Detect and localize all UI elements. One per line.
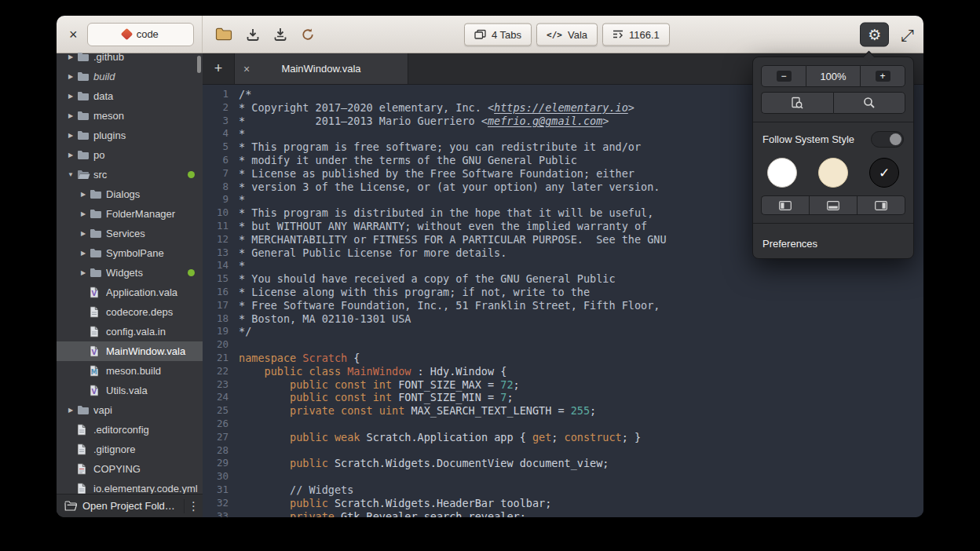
line-content: public class MainWindow : Hdy.Window { [239, 365, 506, 378]
line-content: public Scratch.Widgets.HeaderBar toolbar… [239, 497, 551, 510]
vcs-status-badge [188, 269, 195, 276]
search-controls [761, 92, 905, 114]
settings-button[interactable]: ⚙ [860, 22, 889, 46]
vala-icon: V [90, 345, 106, 357]
chevron-right-icon[interactable]: ▶ [77, 269, 90, 276]
save-as-button[interactable] [273, 27, 287, 42]
folder-icon [77, 71, 93, 82]
tree-item-io-elementary-code-yml[interactable]: io.elementary.code.yml [57, 479, 203, 494]
tabs-icon [474, 29, 486, 39]
tree-item-codecore-deps[interactable]: codecore.deps [57, 302, 203, 322]
tree-item-dialogs[interactable]: ▶Dialogs [57, 184, 203, 204]
code-line: 23 public const int FONT_SIZE_MAX = 72; [203, 378, 923, 392]
tree-item-meson-build[interactable]: Mmeson.build [57, 361, 203, 381]
tree-item-config-vala-in[interactable]: config.vala.in [57, 322, 203, 341]
open-folder-button[interactable] [215, 27, 232, 41]
chevron-right-icon[interactable]: ▶ [77, 191, 90, 198]
folder-open-icon [77, 170, 93, 180]
tree-item-symbolpane[interactable]: ▶SymbolPane [57, 243, 203, 263]
tab-mainwindow[interactable]: × MainWindow.vala [234, 53, 408, 84]
code-line: 21namespace Scratch { [203, 352, 923, 365]
window-close-button[interactable]: × [69, 27, 78, 42]
project-chip[interactable]: code [87, 23, 194, 46]
line-content: * This program is distributed in the hop… [239, 206, 653, 220]
line-content: * Copyright 2017–2020 elementary, Inc. <… [239, 101, 634, 115]
tree-item-widgets[interactable]: ▶Widgets [57, 263, 203, 283]
chevron-right-icon[interactable]: ▶ [64, 132, 77, 139]
file-icon [77, 424, 93, 436]
fullscreen-icon[interactable]: ⤢ [901, 26, 914, 42]
line-number: 18 [203, 312, 239, 326]
tree-item-plugins[interactable]: ▶plugins [57, 126, 203, 145]
tree-item-services[interactable]: ▶Services [57, 224, 203, 243]
chevron-right-icon[interactable]: ▶ [64, 93, 77, 100]
tree-item-po[interactable]: ▶po [57, 145, 203, 165]
zoom-in-button[interactable]: + [860, 65, 905, 87]
folder-icon [77, 130, 93, 140]
tree-item-vapi[interactable]: ▶vapi [57, 400, 203, 420]
tree-item-utils-vala[interactable]: VUtils.vala [57, 381, 203, 400]
find-button[interactable] [761, 92, 833, 114]
tree-item-foldermanager[interactable]: ▶FolderManager [57, 204, 203, 224]
follow-system-row: Follow System Style [761, 130, 905, 148]
tab-title: MainWindow.vala [235, 63, 408, 75]
follow-system-toggle[interactable] [871, 131, 904, 148]
style-swatch-sepia[interactable] [818, 158, 848, 188]
style-swatch-dark[interactable]: ✓ [869, 158, 899, 188]
tree-item-build[interactable]: ▶build [57, 67, 203, 86]
toggle-bottom-panel-button[interactable] [809, 195, 858, 215]
tree-item-mainwindow-vala[interactable]: VMainWindow.vala [57, 341, 203, 361]
tab-close-icon[interactable]: × [243, 64, 250, 75]
tabs-overview-button[interactable]: 4 Tabs [464, 23, 532, 46]
tree-item-label: codecore.deps [106, 306, 203, 318]
line-number: 11 [203, 220, 239, 233]
code-line: 16* License along with this program; if … [203, 286, 923, 299]
code-line: 33 private Gtk.Revealer search_revealer; [203, 510, 923, 518]
goto-line-icon [612, 30, 623, 39]
chevron-right-icon[interactable]: ▶ [64, 53, 77, 60]
tree-item--gitignore[interactable]: .gitignore [57, 440, 203, 459]
code-line: 17* Free Software Foundation, Inc., 51 F… [203, 299, 923, 312]
chevron-right-icon[interactable]: ▶ [77, 230, 90, 237]
preferences-item[interactable]: Preferences [761, 232, 905, 250]
tree-item-data[interactable]: ▶data [57, 86, 203, 106]
project-name: code [137, 28, 159, 40]
chevron-right-icon[interactable]: ▶ [77, 250, 90, 257]
new-tab-button[interactable]: + [203, 53, 234, 84]
tree-item-label: config.vala.in [106, 326, 203, 338]
line-number: 12 [203, 233, 239, 246]
chevron-down-icon[interactable]: ▼ [64, 171, 77, 178]
toggle-sidebar-button[interactable] [761, 195, 809, 215]
tree-item--editorconfig[interactable]: .editorconfig [57, 420, 203, 440]
kebab-menu-icon[interactable]: ⋮ [184, 499, 199, 513]
chevron-right-icon[interactable]: ▶ [64, 407, 77, 414]
search-button[interactable] [833, 92, 906, 114]
line-content: * License as published by the Free Softw… [239, 167, 634, 181]
code-line: 27 public weak Scratch.Application app {… [203, 431, 923, 444]
tree-item-application-vala[interactable]: VApplication.vala [57, 283, 203, 302]
sidebar-scrollbar[interactable] [197, 56, 201, 73]
tree-item-label: Utils.vala [106, 385, 203, 396]
tree-item-src[interactable]: ▼src [57, 165, 203, 184]
zoom-out-button[interactable]: − [761, 65, 806, 87]
fetch-button[interactable] [246, 27, 260, 42]
chevron-right-icon[interactable]: ▶ [64, 151, 77, 159]
toggle-right-panel-button[interactable] [858, 195, 905, 215]
history-button[interactable] [301, 27, 315, 42]
chevron-right-icon[interactable]: ▶ [64, 112, 77, 119]
tree-item--github[interactable]: ▶.github [57, 47, 203, 67]
chevron-right-icon[interactable]: ▶ [64, 73, 77, 80]
gear-icon: ⚙ [868, 27, 881, 42]
tree-item-copying[interactable]: COPYING [57, 459, 203, 479]
sidebar: ▶.github▶build▶data▶meson▶plugins▶po▼src… [57, 53, 203, 517]
language-button[interactable]: </> Vala [536, 23, 598, 46]
vcs-status-badge [188, 171, 195, 178]
line-number: 32 [203, 497, 239, 510]
tree-item-meson[interactable]: ▶meson [57, 106, 203, 126]
chevron-right-icon[interactable]: ▶ [77, 210, 90, 217]
folder-icon [215, 27, 232, 41]
download-icon [246, 27, 260, 42]
open-project-folder-button[interactable]: Open Project Folder… ⋮ [57, 494, 203, 517]
style-swatch-light[interactable] [767, 158, 797, 188]
goto-line-button[interactable]: 1166.1 [602, 23, 670, 46]
